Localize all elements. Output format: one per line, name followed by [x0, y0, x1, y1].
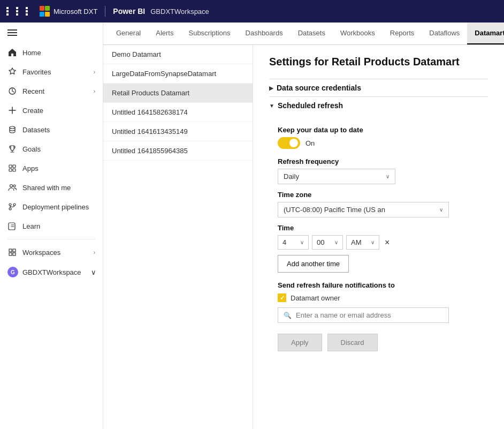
refresh-frequency-chevron: ∨: [386, 174, 390, 179]
workspaces-chevron: ›: [94, 250, 95, 255]
svg-point-7: [13, 185, 16, 187]
list-item-untitled2[interactable]: Untitled 1641613435149: [103, 122, 253, 141]
tab-alerts[interactable]: Alerts: [148, 22, 181, 44]
sidebar-item-create[interactable]: Create: [0, 101, 103, 120]
settings-title: Settings for Retail Products Datamart: [269, 56, 488, 68]
home-label: Home: [22, 49, 41, 57]
list-item-untitled1[interactable]: Untitled 1641582638174: [103, 103, 253, 122]
tab-bar: General Alerts Subscriptions Dashboards …: [103, 22, 504, 45]
discard-button[interactable]: Discard: [327, 334, 378, 351]
shared-label: Shared with me: [22, 184, 71, 192]
tab-dashboards[interactable]: Dashboards: [238, 22, 291, 44]
workspace-chevron: ∨: [91, 268, 96, 276]
home-icon: [7, 48, 17, 57]
checkmark-icon: ✓: [280, 295, 285, 302]
toggle-slider: [278, 137, 300, 149]
goals-label: Goals: [22, 145, 41, 153]
svg-rect-5: [13, 169, 16, 171]
data-source-section-header[interactable]: ▶ Data source credentials: [269, 79, 488, 96]
sidebar-item-goals[interactable]: Goals: [0, 139, 103, 159]
refresh-frequency-value: Daily: [284, 172, 299, 180]
workspace-icon: G: [7, 267, 18, 277]
layout: Home Favorites › Recent › Create: [0, 22, 504, 429]
email-search-input-row[interactable]: 🔍: [278, 307, 449, 323]
sidebar-item-favorites[interactable]: Favorites ›: [0, 62, 103, 81]
tab-reports[interactable]: Reports: [383, 22, 422, 44]
sidebar-item-deployment[interactable]: Deployment pipelines: [0, 197, 103, 216]
list-item-large[interactable]: LargeDataFromSynapseDatamart: [103, 64, 253, 84]
toggle-control[interactable]: [278, 137, 300, 149]
workspaces-icon: [7, 247, 17, 257]
sidebar-item-workspace[interactable]: G GBDXTWorkspace ∨: [0, 262, 103, 282]
workspaces-label: Workspaces: [22, 249, 60, 257]
time-ampm-value: AM: [351, 238, 362, 246]
branch-icon: [7, 202, 17, 212]
scheduled-refresh-arrow: ▼: [269, 103, 274, 109]
svg-point-10: [9, 208, 11, 210]
apps-icon: [7, 163, 17, 173]
powerbi-label: Power BI: [113, 7, 145, 16]
time-minute-select[interactable]: 00 ∨: [312, 235, 343, 250]
time-hour-select[interactable]: 4 ∨: [278, 235, 309, 250]
settings-panel: Settings for Retail Products Datamart ▶ …: [253, 45, 504, 429]
action-row: Apply Discard: [278, 334, 479, 351]
time-ampm-chevron: ∨: [371, 239, 375, 245]
scheduled-refresh-label: Scheduled refresh: [278, 101, 343, 110]
add-time-button[interactable]: Add another time: [278, 255, 349, 273]
recent-label: Recent: [22, 87, 44, 95]
time-remove-button[interactable]: ×: [383, 237, 392, 249]
datamart-owner-checkbox[interactable]: ✓: [278, 293, 286, 302]
svg-point-6: [10, 185, 13, 187]
workspace-label: GBDXTWorkspace: [150, 7, 209, 16]
tab-subscriptions[interactable]: Subscriptions: [181, 22, 238, 44]
app-name: Microsoft DXT: [54, 7, 97, 16]
topbar: Microsoft DXT Power BI GBDXTWorkspace: [0, 0, 504, 22]
list-item-demo[interactable]: Demo Datamart: [103, 45, 253, 64]
scheduled-refresh-content: Keep your data up to date On Refresh fre…: [269, 114, 488, 360]
sidebar-item-shared[interactable]: Shared with me: [0, 178, 103, 197]
svg-rect-3: [13, 165, 16, 168]
time-zone-select[interactable]: (UTC-08:00) Pacific Time (US an ∨: [278, 202, 449, 217]
favorites-chevron: ›: [94, 69, 95, 75]
apps-label: Apps: [22, 164, 39, 172]
time-row: 4 ∨ 00 ∨ AM ∨ ×: [278, 235, 479, 250]
tab-workbooks[interactable]: Workbooks: [333, 22, 383, 44]
deployment-label: Deployment pipelines: [22, 203, 89, 211]
content-area: General Alerts Subscriptions Dashboards …: [103, 22, 504, 429]
svg-point-9: [13, 204, 16, 206]
clock-icon: [7, 86, 17, 96]
apply-button[interactable]: Apply: [278, 334, 322, 351]
sidebar-item-learn[interactable]: Learn: [0, 216, 103, 236]
sidebar-item-workspaces[interactable]: Workspaces ›: [0, 243, 103, 262]
workspace-name: GBDXTWorkspace: [22, 268, 81, 276]
list-item-retail[interactable]: Retail Products Datamart: [103, 84, 253, 103]
sidebar-item-datasets[interactable]: Datasets: [0, 120, 103, 139]
tab-general[interactable]: General: [109, 22, 148, 44]
sidebar-divider: [7, 239, 95, 239]
tab-dataflows[interactable]: Dataflows: [422, 22, 467, 44]
keep-up-to-date-label: Keep your data up to date: [278, 126, 479, 134]
trophy-icon: [7, 144, 17, 154]
plus-icon: [7, 106, 17, 115]
microsoft-logo: Microsoft DXT: [40, 6, 97, 17]
svg-rect-13: [9, 253, 12, 255]
list-item-untitled3[interactable]: Untitled 1641855964385: [103, 141, 253, 161]
sidebar-item-recent[interactable]: Recent ›: [0, 81, 103, 101]
refresh-frequency-select[interactable]: Daily ∨: [278, 169, 395, 184]
email-input[interactable]: [296, 311, 443, 319]
star-icon: [7, 67, 17, 77]
database-icon: [7, 125, 17, 134]
tab-datasets[interactable]: Datasets: [291, 22, 333, 44]
search-icon: 🔍: [284, 312, 292, 319]
tab-datamarts[interactable]: Datamarts: [467, 22, 504, 44]
sidebar-item-apps[interactable]: Apps: [0, 159, 103, 178]
time-hour-value: 4: [282, 238, 286, 246]
scheduled-refresh-section-header[interactable]: ▼ Scheduled refresh: [269, 96, 488, 114]
sidebar-item-home[interactable]: Home: [0, 43, 103, 62]
time-minute-chevron: ∨: [334, 239, 338, 245]
hamburger-button[interactable]: [0, 22, 103, 43]
topbar-divider: [105, 6, 105, 17]
book-icon: [7, 221, 17, 231]
time-ampm-select[interactable]: AM ∨: [346, 235, 379, 250]
app-grid-icon[interactable]: [6, 7, 34, 16]
